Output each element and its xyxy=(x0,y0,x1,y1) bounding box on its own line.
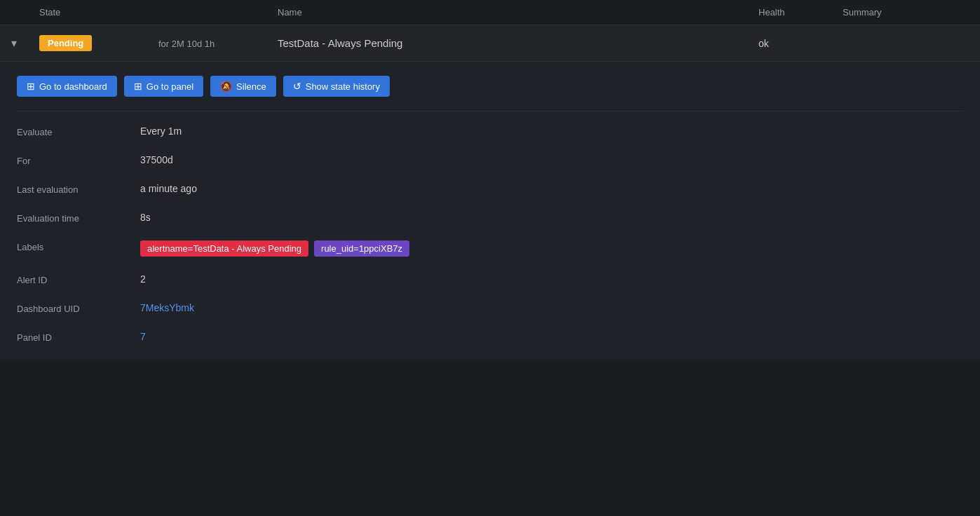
panel-id-link[interactable]: 7 xyxy=(140,331,146,342)
table-header: State Name Health Summary xyxy=(0,0,980,25)
action-buttons: ⊞ Go to dashboard ⊞ Go to panel 🔕 Silenc… xyxy=(17,76,963,97)
go-to-panel-label: Go to panel xyxy=(147,81,193,92)
show-state-history-label: Show state history xyxy=(306,81,380,92)
alert-id-label: Alert ID xyxy=(17,273,129,285)
label-rule-uid: rule_uid=1ppciXB7z xyxy=(314,240,409,257)
for-value: 37500d xyxy=(140,154,963,166)
go-to-dashboard-button[interactable]: ⊞ Go to dashboard xyxy=(17,76,117,97)
state-badge: Pending xyxy=(39,35,92,51)
for-label: For xyxy=(17,154,129,166)
header-state-col: State xyxy=(39,7,151,18)
chevron-down-icon[interactable]: ▾ xyxy=(11,36,17,50)
alert-row: ▾ Pending for 2M 10d 1h TestData - Alway… xyxy=(0,25,980,62)
detail-grid: Evaluate Every 1m For 37500d Last evalua… xyxy=(17,125,963,343)
panel-icon: ⊞ xyxy=(134,81,142,92)
header-name-col: Name xyxy=(278,7,758,18)
panel-id-label: Panel ID xyxy=(17,331,129,343)
evaluate-label: Evaluate xyxy=(17,125,129,137)
detail-panel: ⊞ Go to dashboard ⊞ Go to panel 🔕 Silenc… xyxy=(0,62,980,360)
dashboard-uid-label: Dashboard UID xyxy=(17,302,129,314)
for-cell: for 2M 10d 1h xyxy=(151,38,278,49)
panel-id-value: 7 xyxy=(140,331,963,343)
silence-label: Silence xyxy=(236,81,266,92)
dashboard-uid-link[interactable]: 7MeksYbmk xyxy=(140,302,194,313)
evaluate-value: Every 1m xyxy=(140,125,963,137)
header-summary-col: Summary xyxy=(843,7,969,18)
for-text: for 2M 10d 1h xyxy=(158,39,215,49)
last-evaluation-label: Last evaluation xyxy=(17,183,129,195)
alert-name: TestData - Always Pending xyxy=(278,37,758,49)
labels-row: alertname=TestData - Always Pending rule… xyxy=(140,240,963,257)
expand-toggle[interactable]: ▾ xyxy=(11,36,39,50)
evaluation-time-value: 8s xyxy=(140,212,963,224)
silence-icon: 🔕 xyxy=(220,81,232,92)
show-state-history-button[interactable]: ↺ Show state history xyxy=(283,76,390,97)
divider xyxy=(17,111,963,111)
health-value: ok xyxy=(758,38,843,49)
evaluation-time-label: Evaluation time xyxy=(17,212,129,224)
alert-id-value: 2 xyxy=(140,273,963,285)
go-to-dashboard-label: Go to dashboard xyxy=(39,81,107,92)
header-health-col: Health xyxy=(758,7,843,18)
history-icon: ↺ xyxy=(293,81,301,92)
labels-label: Labels xyxy=(17,240,129,257)
go-to-panel-button[interactable]: ⊞ Go to panel xyxy=(124,76,203,97)
label-alertname: alertname=TestData - Always Pending xyxy=(140,240,308,257)
last-evaluation-value: a minute ago xyxy=(140,183,963,195)
silence-button[interactable]: 🔕 Silence xyxy=(210,76,276,97)
dashboard-icon: ⊞ xyxy=(27,81,35,92)
dashboard-uid-value: 7MeksYbmk xyxy=(140,302,963,314)
state-cell: Pending xyxy=(39,35,151,51)
